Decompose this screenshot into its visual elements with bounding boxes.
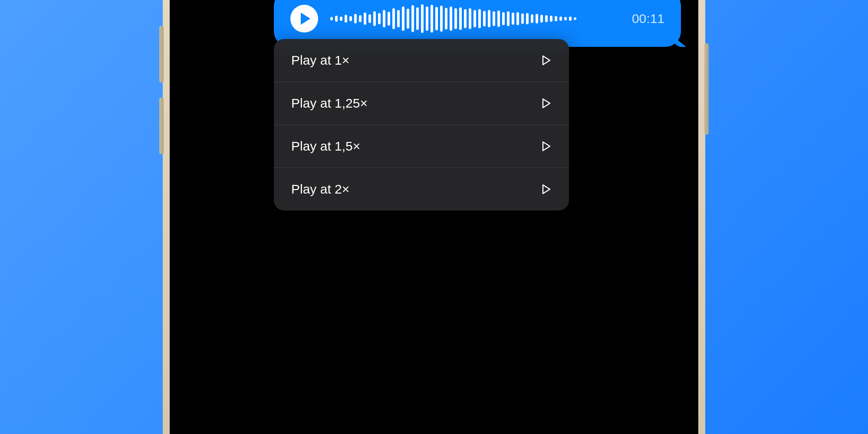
play-icon	[541, 54, 552, 66]
waveform-bar	[364, 13, 366, 25]
waveform-bar	[473, 10, 476, 27]
waveform-bar	[545, 15, 548, 22]
waveform-bar	[388, 12, 390, 26]
waveform-bar	[521, 13, 524, 24]
audio-duration: 00:11	[632, 11, 664, 26]
waveform-bar	[536, 14, 538, 23]
play-icon	[541, 140, 552, 152]
waveform-bar	[335, 16, 338, 22]
waveform-bar	[354, 14, 357, 23]
volume-down-button	[159, 98, 164, 154]
waveform-bar	[392, 8, 395, 29]
waveform-bar	[426, 7, 428, 31]
waveform-bar	[497, 10, 500, 27]
waveform-bar	[440, 6, 443, 32]
play-icon	[541, 97, 552, 109]
waveform-bar	[464, 9, 467, 28]
waveform-bar	[416, 7, 419, 30]
waveform-bar	[359, 15, 362, 22]
waveform-bar	[516, 12, 519, 25]
waveform-bar	[526, 13, 529, 24]
playback-speed-option[interactable]: Play at 2×	[274, 168, 569, 210]
playback-speed-menu: Play at 1×Play at 1,25×Play at 1,5×Play …	[274, 39, 569, 210]
waveform-bar	[345, 15, 347, 23]
waveform-bar	[349, 16, 352, 21]
waveform-bar	[512, 13, 514, 25]
waveform-bar	[478, 9, 481, 28]
menu-item-label: Play at 1×	[291, 53, 349, 68]
waveform-bar	[435, 7, 438, 30]
menu-item-label: Play at 2×	[291, 182, 349, 197]
waveform-bar	[397, 10, 400, 27]
waveform-bar	[483, 11, 486, 26]
waveform-bar	[555, 16, 557, 21]
waveform-bar	[502, 12, 505, 25]
waveform-bar	[559, 16, 562, 21]
waveform-bar	[407, 9, 409, 29]
power-button	[704, 43, 709, 135]
waveform-bar	[421, 4, 424, 33]
waveform-bar	[531, 14, 533, 23]
waveform-bar	[373, 11, 376, 26]
playback-speed-option[interactable]: Play at 1,5×	[274, 125, 569, 168]
waveform-bar	[469, 8, 471, 29]
waveform-bar	[431, 5, 433, 33]
phone-device-frame: Filipe iMessage Today, 18:16	[163, 0, 705, 434]
waveform-bar	[340, 16, 342, 21]
waveform-bar	[383, 10, 385, 27]
waveform-bar	[493, 11, 495, 26]
waveform-bar	[540, 15, 543, 23]
menu-item-label: Play at 1,25×	[291, 96, 368, 111]
waveform-bar	[569, 16, 572, 21]
waveform-bar	[454, 8, 457, 29]
playback-speed-option[interactable]: Play at 1,25×	[274, 82, 569, 125]
waveform-bar	[402, 7, 404, 31]
play-icon	[301, 13, 310, 25]
waveform-bar	[507, 11, 510, 26]
waveform-bar	[445, 8, 447, 30]
waveform-bar	[378, 13, 381, 24]
menu-item-label: Play at 1,5×	[291, 139, 360, 154]
waveform-bar	[564, 17, 567, 20]
waveform-bar	[368, 14, 371, 23]
play-icon	[541, 183, 552, 195]
phone-screen: Filipe iMessage Today, 18:16	[170, 0, 698, 434]
waveform-bar	[411, 5, 414, 32]
waveform-bar	[450, 7, 452, 31]
waveform-bar	[330, 17, 333, 20]
message-area: iMessage Today, 18:16 00:11 Play at 1×Pl…	[170, 0, 698, 224]
waveform-bar	[550, 16, 552, 22]
playback-speed-option[interactable]: Play at 1×	[274, 39, 569, 82]
waveform-bar	[488, 10, 490, 27]
play-button[interactable]	[290, 5, 318, 33]
waveform-bar	[574, 17, 576, 20]
audio-waveform[interactable]	[330, 3, 620, 34]
waveform-bar	[459, 7, 462, 30]
volume-up-button	[159, 26, 164, 82]
